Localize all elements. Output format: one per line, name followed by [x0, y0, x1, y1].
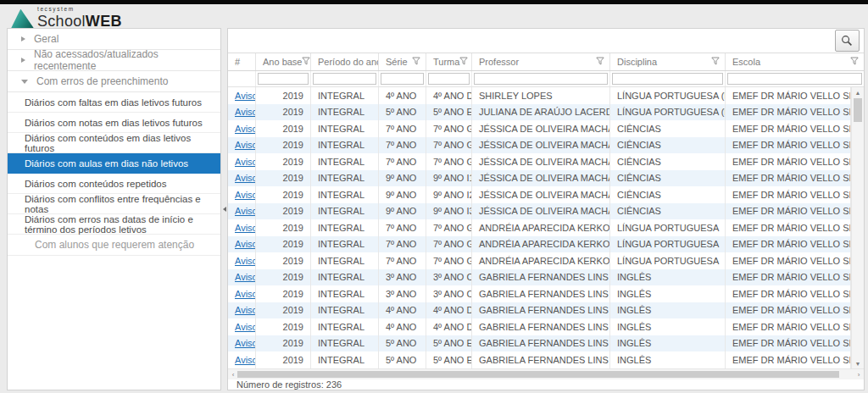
table-row[interactable]: Avisos2019INTEGRAL7º ANO7º ANO G3ANDRÉIA… — [228, 219, 851, 236]
table-row[interactable]: Avisos2019INTEGRAL9º ANO9º ANO I1JÉSSICA… — [228, 170, 851, 187]
avisos-link[interactable]: Avisos — [235, 157, 256, 167]
avisos-cell: Avisos — [228, 186, 256, 203]
table-cell: LÍNGUA PORTUGUESA (PRINCIPAL) — [610, 104, 726, 121]
scroll-up-arrow-icon[interactable]: ▲ — [852, 87, 864, 97]
sidebar-item[interactable]: Diários com conflitos entre frequências … — [8, 194, 220, 214]
avisos-link[interactable]: Avisos — [235, 322, 256, 332]
avisos-link[interactable]: Avisos — [235, 355, 256, 365]
vertical-scrollbar[interactable]: ▲ ▼ — [851, 87, 864, 368]
filter-input[interactable] — [313, 73, 376, 85]
avisos-link[interactable]: Avisos — [235, 223, 256, 233]
sidebar-item[interactable]: Diários com conteúdos repetidos — [8, 174, 220, 194]
avisos-link[interactable]: Avisos — [235, 289, 256, 299]
table-cell: GABRIELA FERNANDES LINS — [472, 318, 610, 335]
avisos-link[interactable]: Avisos — [235, 91, 256, 101]
accordion-alunos-atencao[interactable]: Com alunos que requerem atenção — [8, 235, 220, 256]
table-row[interactable]: Avisos2019INTEGRAL3º ANO3º ANO C1GABRIEL… — [228, 269, 851, 286]
filter-icon[interactable] — [412, 57, 420, 67]
grid-filter-row — [228, 71, 864, 87]
column-header[interactable]: Escola — [726, 53, 864, 70]
table-cell: JÉSSICA DE OLIVEIRA MACHADO CATRINCK — [472, 170, 610, 187]
table-row[interactable]: Avisos2019INTEGRAL7º ANO7º ANO G2JÉSSICA… — [228, 137, 851, 154]
table-row[interactable]: Avisos2019INTEGRAL3º ANO3º ANO C2GABRIEL… — [228, 285, 851, 302]
table-row[interactable]: Avisos2019INTEGRAL4º ANO4º ANO D1GABRIEL… — [228, 302, 851, 319]
accordion-com-erros[interactable]: Com erros de preenchimento — [8, 71, 220, 92]
logo-school-text: School — [37, 13, 86, 30]
accordion-geral[interactable]: Geral — [8, 29, 220, 50]
sidebar-item[interactable]: Diários com conteúdos em dias letivos fu… — [8, 133, 220, 153]
column-header[interactable]: Ano base — [256, 53, 311, 70]
sidebar-item[interactable]: Diários com notas em dias letivos futuro… — [8, 113, 220, 133]
avisos-link[interactable]: Avisos — [235, 206, 256, 216]
vertical-scroll-thumb[interactable] — [854, 98, 862, 122]
filter-input[interactable] — [258, 73, 309, 85]
avisos-cell: Avisos — [228, 302, 256, 319]
horizontal-scroll-thumb[interactable] — [237, 371, 839, 378]
table-row[interactable]: Avisos2019INTEGRAL5º ANO5º ANO E1GABRIEL… — [228, 335, 851, 352]
table-row[interactable]: Avisos2019INTEGRAL9º ANO9º ANO I2JÉSSICA… — [228, 186, 851, 203]
filter-input[interactable] — [727, 73, 862, 85]
sidebar-item[interactable]: Diários com aulas em dias não letivos — [8, 153, 220, 174]
accordion-label: Geral — [34, 33, 58, 45]
filter-input[interactable] — [612, 73, 723, 85]
column-header[interactable]: # — [228, 53, 256, 70]
column-header[interactable]: Série — [379, 53, 426, 70]
column-header[interactable]: Período do ano — [311, 53, 379, 70]
table-cell: 2019 — [256, 236, 311, 253]
avisos-link[interactable]: Avisos — [235, 338, 256, 348]
table-cell: INGLÊS — [610, 302, 726, 319]
filter-icon[interactable] — [459, 57, 468, 67]
filter-icon[interactable] — [711, 57, 720, 67]
app-logo: tecsystem SchoolWEB — [11, 7, 122, 29]
table-cell: 4º ANO — [379, 302, 426, 319]
table-cell: 3º ANO C1 — [426, 269, 472, 286]
avisos-link[interactable]: Avisos — [235, 107, 256, 117]
column-header[interactable]: Turma — [426, 53, 472, 70]
filter-funnel-icon — [302, 57, 310, 65]
table-row[interactable]: Avisos2019INTEGRAL7º ANO7º ANO G1JÉSSICA… — [228, 120, 851, 137]
filter-icon[interactable] — [302, 57, 310, 67]
avisos-link[interactable]: Avisos — [235, 239, 256, 249]
search-button[interactable] — [835, 30, 860, 52]
scroll-right-arrow-icon[interactable]: › — [854, 369, 864, 379]
column-header[interactable]: Professor — [472, 53, 610, 70]
filter-icon[interactable] — [596, 57, 604, 67]
filter-icon[interactable] — [850, 57, 859, 67]
accordion-nao-acessados[interactable]: Não acessados/atualizados recentemente — [8, 50, 220, 71]
column-header-label: Período do ano — [318, 57, 379, 67]
column-header[interactable]: Disciplina — [610, 53, 726, 70]
table-row[interactable]: Avisos2019INTEGRAL7º ANO7º ANO G2ANDRÉIA… — [228, 236, 851, 253]
avisos-link[interactable]: Avisos — [235, 140, 256, 150]
table-row[interactable]: Avisos2019INTEGRAL7º ANO7º ANO G1ANDRÉIA… — [228, 252, 851, 269]
avisos-link[interactable]: Avisos — [235, 256, 256, 266]
avisos-link[interactable]: Avisos — [235, 124, 256, 134]
splitter-collapse-handle[interactable] — [221, 204, 227, 214]
table-cell: 5º ANO — [379, 104, 426, 121]
horizontal-scrollbar[interactable]: ‹ › — [228, 368, 864, 379]
sidebar-item[interactable]: Diários com erros nas datas de início e … — [8, 214, 220, 235]
avisos-link[interactable]: Avisos — [235, 190, 256, 200]
filter-input[interactable] — [381, 73, 424, 85]
table-row[interactable]: Avisos2019INTEGRAL9º ANO9º ANO I3JÉSSICA… — [228, 203, 851, 220]
results-panel: #Ano basePeríodo do anoSérieTurmaProfess… — [227, 28, 865, 390]
avisos-cell: Avisos — [228, 137, 256, 154]
avisos-link[interactable]: Avisos — [235, 272, 256, 282]
table-cell: 4º ANO D2 — [426, 318, 472, 335]
filter-input[interactable] — [474, 73, 608, 85]
table-cell: 2019 — [256, 153, 311, 170]
table-row[interactable]: Avisos2019INTEGRAL4º ANO4º ANO D2GABRIEL… — [228, 318, 851, 335]
table-cell: INGLÊS — [610, 285, 726, 302]
avisos-link[interactable]: Avisos — [235, 173, 256, 183]
table-cell: 2019 — [256, 219, 311, 236]
table-row[interactable]: Avisos2019INTEGRAL7º ANO7º ANO G3JÉSSICA… — [228, 153, 851, 170]
avisos-link[interactable]: Avisos — [235, 305, 256, 315]
table-row[interactable]: Avisos2019INTEGRAL5º ANO5º ANO E2JULIANA… — [228, 104, 851, 121]
table-cell: 7º ANO G2 — [426, 137, 472, 154]
column-header-label: Série — [386, 57, 408, 67]
table-row[interactable]: Avisos2019INTEGRAL4º ANO4º ANO D1SHIRLEY… — [228, 87, 851, 104]
scroll-down-arrow-icon[interactable]: ▼ — [852, 358, 864, 368]
filter-input[interactable] — [428, 73, 470, 85]
table-row[interactable]: Avisos2019INTEGRAL5º ANO5º ANO E2GABRIEL… — [228, 351, 851, 368]
avisos-cell: Avisos — [228, 252, 256, 269]
sidebar-item[interactable]: Diários com faltas em dias letivos futur… — [8, 92, 220, 113]
